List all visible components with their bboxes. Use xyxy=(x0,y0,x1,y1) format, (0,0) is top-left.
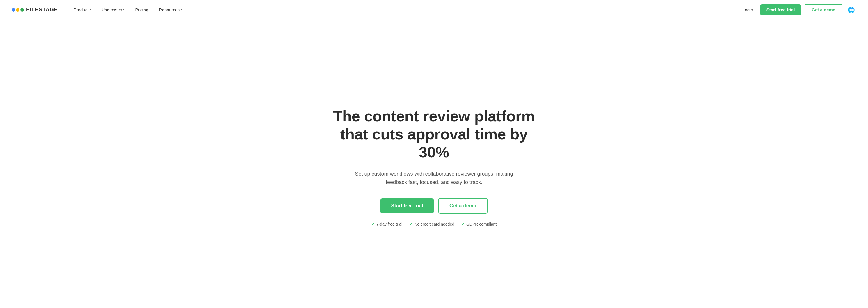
dot-yellow xyxy=(16,8,20,12)
badge-no-credit-card: ✓ No credit card needed xyxy=(409,222,454,226)
badge-free-trial-label: 7-day free trial xyxy=(376,222,402,226)
badge-gdpr-label: GDPR compliant xyxy=(466,222,497,226)
logo-dots xyxy=(12,8,24,12)
check-icon: ✓ xyxy=(371,222,375,226)
hero-buttons: Start free trial Get a demo xyxy=(380,198,487,214)
start-trial-nav-button[interactable]: Start free trial xyxy=(760,4,801,15)
hero-badges: ✓ 7-day free trial ✓ No credit card need… xyxy=(371,222,497,226)
get-demo-hero-button[interactable]: Get a demo xyxy=(438,198,488,214)
navbar: FILESTAGE Product ▾ Use cases ▾ Pricing … xyxy=(0,0,868,20)
start-trial-hero-button[interactable]: Start free trial xyxy=(380,198,434,214)
nav-right: Login Start free trial Get a demo 🌐 xyxy=(739,4,856,16)
badge-no-credit-card-label: No credit card needed xyxy=(414,222,454,226)
nav-label-resources: Resources xyxy=(159,7,180,12)
hero-subtitle: Set up custom workflows with collaborati… xyxy=(352,170,516,187)
get-demo-nav-button[interactable]: Get a demo xyxy=(805,4,842,16)
language-selector-button[interactable]: 🌐 xyxy=(846,5,856,15)
chevron-down-icon: ▾ xyxy=(90,8,91,11)
logo[interactable]: FILESTAGE xyxy=(12,7,58,13)
nav-item-use-cases[interactable]: Use cases ▾ xyxy=(97,5,129,15)
nav-label-pricing: Pricing xyxy=(135,7,148,12)
globe-icon: 🌐 xyxy=(848,6,855,13)
dot-blue xyxy=(12,8,15,12)
check-icon: ✓ xyxy=(409,222,413,226)
nav-label-use-cases: Use cases xyxy=(101,7,122,12)
nav-item-pricing[interactable]: Pricing xyxy=(131,5,152,15)
chevron-down-icon: ▾ xyxy=(181,8,182,11)
check-icon: ✓ xyxy=(461,222,465,226)
dot-green xyxy=(20,8,24,12)
nav-links: Product ▾ Use cases ▾ Pricing Resources … xyxy=(69,5,739,15)
chevron-down-icon: ▾ xyxy=(123,8,124,11)
badge-gdpr: ✓ GDPR compliant xyxy=(461,222,497,226)
nav-label-product: Product xyxy=(73,7,89,12)
nav-item-resources[interactable]: Resources ▾ xyxy=(155,5,186,15)
nav-item-product[interactable]: Product ▾ xyxy=(69,5,95,15)
hero-title: The content review platform that cuts ap… xyxy=(332,107,536,162)
badge-free-trial: ✓ 7-day free trial xyxy=(371,222,402,226)
login-button[interactable]: Login xyxy=(739,5,756,15)
hero-section: The content review platform that cuts ap… xyxy=(0,20,868,308)
logo-text: FILESTAGE xyxy=(26,7,58,13)
